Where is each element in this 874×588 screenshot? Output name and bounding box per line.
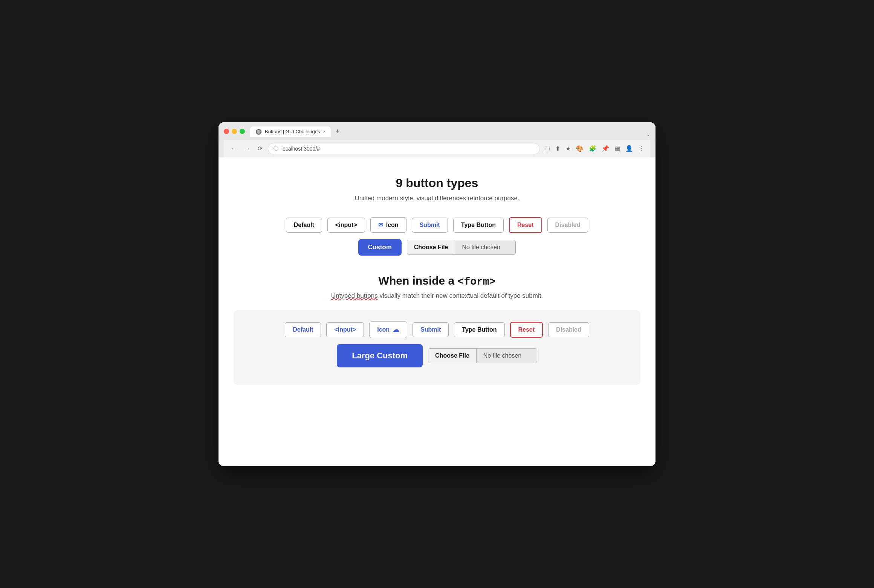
form-subtitle-before: Untyped buttons bbox=[331, 292, 378, 299]
large-custom-button[interactable]: Large Custom bbox=[337, 344, 423, 367]
tab-dropdown-icon[interactable]: ⌄ bbox=[646, 132, 650, 137]
tab-favicon-icon: 🔘 bbox=[255, 129, 262, 135]
button-row-2: Custom Choose File No file chosen bbox=[230, 239, 644, 256]
form-container: Default <input> Icon ☁ Submit Type Butto… bbox=[234, 310, 640, 385]
cloud-icon: ☁ bbox=[393, 326, 399, 334]
icon-button-label: Icon bbox=[386, 222, 399, 228]
form-file-no-chosen-label: No file chosen bbox=[477, 349, 537, 363]
back-button[interactable]: ← bbox=[228, 144, 239, 154]
icon-button[interactable]: ✉ Icon bbox=[370, 217, 406, 233]
chrome-titlebar: 🔘 Buttons | GUI Challenges × + ⌄ ← → ⟳ ⓘ… bbox=[218, 122, 656, 157]
reset-button[interactable]: Reset bbox=[509, 217, 542, 233]
bookmark-icon[interactable]: ★ bbox=[564, 143, 572, 154]
form-tag-code: <form> bbox=[458, 276, 496, 288]
form-section-title: When inside a <form> bbox=[230, 274, 644, 288]
form-type-button[interactable]: Type Button bbox=[454, 322, 504, 337]
form-file-choose-button[interactable]: Choose File bbox=[428, 349, 477, 363]
form-file-input-wrapper[interactable]: Choose File No file chosen bbox=[428, 348, 537, 363]
envelope-icon: ✉ bbox=[378, 221, 383, 228]
address-text: localhost:3000/# bbox=[281, 146, 320, 152]
reload-button[interactable]: ⟳ bbox=[255, 143, 265, 154]
extension-icon-1[interactable]: 🎨 bbox=[575, 143, 585, 154]
sidebar-toggle-icon[interactable]: ▦ bbox=[613, 143, 622, 154]
browser-window: 🔘 Buttons | GUI Challenges × + ⌄ ← → ⟳ ⓘ… bbox=[218, 122, 656, 466]
chrome-toolbar: ← → ⟳ ⓘ localhost:3000/# ⬚ ⬆ ★ 🎨 🧩 📌 ▦ 👤… bbox=[224, 140, 650, 157]
share-icon[interactable]: ⬆ bbox=[554, 143, 562, 154]
active-tab[interactable]: 🔘 Buttons | GUI Challenges × bbox=[250, 126, 331, 137]
type-button[interactable]: Type Button bbox=[453, 218, 504, 233]
tab-close-button[interactable]: × bbox=[323, 129, 325, 134]
submit-button[interactable]: Submit bbox=[412, 218, 448, 233]
file-choose-button[interactable]: Choose File bbox=[407, 240, 455, 254]
form-subtitle-after: visually match their new contextual defa… bbox=[378, 292, 543, 299]
pin-icon[interactable]: 📌 bbox=[600, 143, 611, 154]
page-title: 9 button types bbox=[230, 176, 644, 190]
form-title-text: When inside a bbox=[379, 274, 458, 287]
menu-icon[interactable]: ⋮ bbox=[637, 143, 646, 154]
external-link-icon[interactable]: ⬚ bbox=[543, 143, 552, 154]
file-no-chosen-label: No file chosen bbox=[455, 240, 515, 254]
form-reset-button[interactable]: Reset bbox=[510, 322, 543, 338]
page-subtitle: Unified modern style, visual differences… bbox=[230, 195, 644, 202]
close-traffic-light[interactable] bbox=[224, 129, 229, 134]
new-tab-button[interactable]: + bbox=[332, 126, 342, 137]
minimize-traffic-light[interactable] bbox=[232, 129, 237, 134]
tab-bar: 🔘 Buttons | GUI Challenges × + ⌄ bbox=[250, 126, 650, 137]
form-input-button[interactable]: <input> bbox=[326, 322, 364, 337]
tab-title: Buttons | GUI Challenges bbox=[265, 129, 320, 134]
input-button[interactable]: <input> bbox=[327, 218, 365, 233]
address-bar[interactable]: ⓘ localhost:3000/# bbox=[268, 143, 540, 154]
form-icon-label: Icon bbox=[377, 326, 390, 333]
default-button[interactable]: Default bbox=[286, 218, 322, 233]
form-icon-button[interactable]: Icon ☁ bbox=[369, 321, 407, 338]
disabled-button: Disabled bbox=[547, 218, 588, 233]
maximize-traffic-light[interactable] bbox=[240, 129, 245, 134]
address-icon: ⓘ bbox=[274, 145, 278, 152]
form-submit-button[interactable]: Submit bbox=[413, 322, 449, 337]
custom-button[interactable]: Custom bbox=[358, 239, 402, 256]
traffic-lights bbox=[224, 129, 245, 134]
page-content: 9 button types Unified modern style, vis… bbox=[218, 157, 656, 466]
button-row-1: Default <input> ✉ Icon Submit Type Butto… bbox=[230, 217, 644, 233]
form-button-row-1: Default <input> Icon ☁ Submit Type Butto… bbox=[245, 321, 629, 338]
file-input-wrapper[interactable]: Choose File No file chosen bbox=[407, 240, 516, 255]
toolbar-icons: ⬚ ⬆ ★ 🎨 🧩 📌 ▦ 👤 ⋮ bbox=[543, 143, 646, 154]
form-button-row-2: Large Custom Choose File No file chosen bbox=[245, 344, 629, 367]
form-disabled-button: Disabled bbox=[548, 322, 589, 337]
form-default-button[interactable]: Default bbox=[285, 322, 321, 337]
forward-button[interactable]: → bbox=[242, 144, 252, 154]
profile-icon[interactable]: 👤 bbox=[624, 143, 634, 154]
form-section-subtitle: Untyped buttons visually match their new… bbox=[230, 292, 644, 300]
extensions-icon[interactable]: 🧩 bbox=[587, 143, 598, 154]
